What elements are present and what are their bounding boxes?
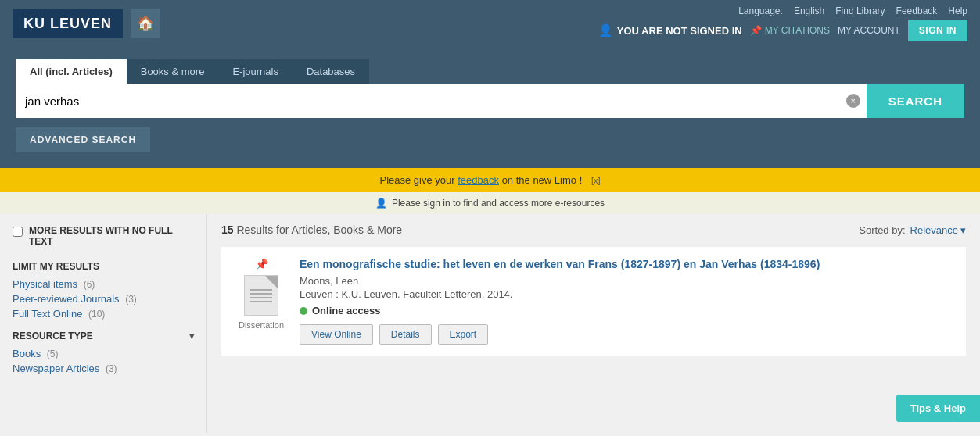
sidebar-newspaper-articles[interactable]: Newspaper Articles (3) [13, 363, 194, 374]
my-account-link[interactable]: MY ACCOUNT [838, 25, 900, 36]
tab-books[interactable]: Books & more [127, 59, 219, 84]
sidebar-physical-items[interactable]: Physical items (6) [13, 278, 194, 290]
language-link[interactable]: English [794, 5, 824, 16]
feedback-link[interactable]: Feedback [896, 5, 938, 16]
sort-link[interactable]: Relevance ▾ [910, 224, 966, 236]
result-item: 📌 Dissertation Een monografische studie:… [221, 247, 966, 356]
not-signed-label: 👤 YOU ARE NOT SIGNED IN [598, 23, 742, 38]
feedback-text-before: Please give your [380, 174, 458, 186]
details-button[interactable]: Details [379, 324, 432, 345]
result-icon-col: 📌 Dissertation [234, 258, 289, 345]
sidebar-books[interactable]: Books (5) [13, 348, 194, 359]
feedback-link-banner[interactable]: feedback [458, 174, 499, 186]
tab-all[interactable]: All (incl. Articles) [16, 59, 127, 84]
feedback-text-after: on the new Limo ! [502, 174, 583, 186]
no-full-text-row: MORE RESULTS WITH NO FULL TEXT [13, 225, 194, 247]
signin-notice: 👤 Please sign in to find and access more… [0, 192, 980, 214]
sort-chevron-icon: ▾ [960, 224, 966, 236]
result-title-after: (1834-1896) [757, 258, 820, 270]
search-button[interactable]: SEARCH [867, 84, 964, 118]
doc-type-label: Dissertation [239, 320, 284, 330]
feedback-close-button[interactable]: [x] [591, 176, 601, 185]
chevron-down-icon: ▾ [189, 331, 194, 341]
no-full-text-label: MORE RESULTS WITH NO FULL TEXT [29, 225, 194, 247]
advanced-search-button[interactable]: ADVANCED SEARCH [16, 127, 150, 152]
tips-help-button[interactable]: Tips & Help [896, 395, 980, 422]
sign-in-button[interactable]: SIGN IN [908, 20, 967, 41]
tab-ejournals[interactable]: E-journals [218, 59, 293, 84]
clear-search-button[interactable]: × [846, 94, 860, 108]
results-scope: Articles, Books & More [292, 223, 403, 236]
sort-by: Sorted by: Relevance ▾ [859, 224, 966, 236]
result-title-highlight: Jan Verhas [699, 258, 757, 270]
resource-type-section: RESOURCE TYPE ▾ Books (5) Newspaper Arti… [13, 331, 194, 374]
limit-results-heading: LIMIT MY RESULTS [13, 261, 194, 272]
result-title-before: Een monografische studie: het leven en d… [300, 258, 699, 270]
sidebar: MORE RESULTS WITH NO FULL TEXT LIMIT MY … [0, 214, 207, 433]
sidebar-peer-reviewed[interactable]: Peer-reviewed Journals (3) [13, 293, 194, 305]
tab-databases[interactable]: Databases [293, 59, 369, 84]
results-count: 15 Results for Articles, Books & More [221, 223, 402, 236]
top-bar-left: KU LEUVEN 🏠 [13, 9, 160, 38]
signin-notice-text: Please sign in to find and access more e… [392, 198, 605, 209]
resource-type-heading[interactable]: RESOURCE TYPE ▾ [13, 331, 194, 341]
find-library-link[interactable]: Find Library [835, 5, 885, 16]
top-right-links: Language: English Find Library Feedback … [738, 5, 967, 16]
pin-result-icon[interactable]: 📌 [255, 258, 268, 270]
doc-lines [250, 287, 272, 305]
results-header: 15 Results for Articles, Books & More So… [221, 223, 966, 236]
search-tabs: All (incl. Articles) Books & more E-jour… [16, 59, 964, 84]
result-actions: View Online Details Export [300, 324, 953, 345]
my-citations-link[interactable]: 📌 MY CITATIONS [750, 25, 830, 36]
result-body: Een monografische studie: het leven en d… [300, 258, 953, 345]
language-label: Language: [738, 5, 783, 16]
online-access: Online access [300, 305, 953, 316]
doc-line-3 [250, 297, 272, 298]
doc-icon [244, 275, 278, 316]
search-input-wrap: × [16, 84, 867, 118]
no-full-text-checkbox[interactable] [13, 227, 23, 237]
search-input[interactable] [16, 84, 867, 118]
result-title[interactable]: Een monografische studie: het leven en d… [300, 258, 953, 270]
view-online-button[interactable]: View Online [300, 324, 373, 345]
home-button[interactable]: 🏠 [131, 9, 160, 38]
ku-leuven-logo: KU LEUVEN [13, 9, 123, 38]
result-author: Moons, Leen [300, 275, 953, 287]
feedback-banner: Please give your feedback on the new Lim… [0, 168, 980, 192]
signin-notice-icon: 👤 [375, 198, 387, 209]
main-content: MORE RESULTS WITH NO FULL TEXT LIMIT MY … [0, 214, 980, 433]
results-area: 15 Results for Articles, Books & More So… [207, 214, 980, 433]
sidebar-full-text-online[interactable]: Full Text Online (10) [13, 308, 194, 320]
top-bar-right: Language: English Find Library Feedback … [598, 5, 967, 41]
top-right-actions: 👤 YOU ARE NOT SIGNED IN 📌 MY CITATIONS M… [598, 20, 967, 41]
green-dot-icon [300, 307, 307, 315]
result-pub: Leuven : K.U. Leuven. Faculteit Letteren… [300, 288, 953, 300]
doc-line-1 [250, 289, 272, 291]
doc-line-4 [250, 301, 272, 302]
doc-line-2 [250, 293, 272, 295]
search-input-row: × SEARCH [16, 84, 964, 118]
export-button[interactable]: Export [438, 324, 489, 345]
search-area: All (incl. Articles) Books & more E-jour… [0, 47, 980, 168]
pin-icon: 📌 [750, 25, 762, 36]
help-link[interactable]: Help [948, 5, 967, 16]
user-icon: 👤 [598, 23, 613, 38]
top-bar: KU LEUVEN 🏠 Language: English Find Libra… [0, 0, 980, 47]
